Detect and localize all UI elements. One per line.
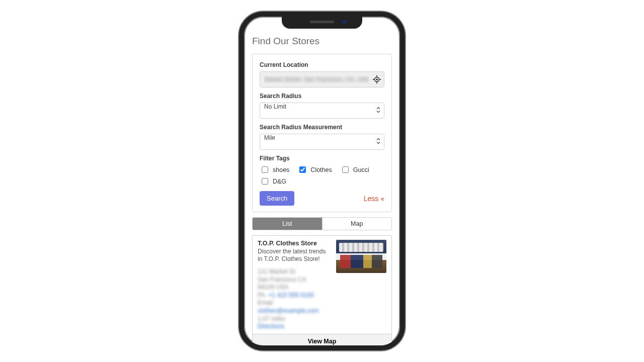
locate-icon[interactable] xyxy=(372,75,381,84)
radius-unit-label: Search Radius Measurement xyxy=(260,124,384,131)
store-phone: Ph. +1 415 555 0100 xyxy=(258,292,331,300)
filter-tag-shoes-checkbox[interactable] xyxy=(262,166,268,173)
filter-tag-label: D&G xyxy=(273,178,286,185)
store-email-link[interactable]: clothes@example.com xyxy=(258,307,331,315)
tab-map[interactable]: Map xyxy=(322,218,392,230)
store-distance: 1.07 miles xyxy=(258,315,331,323)
page-title: Find Our Stores xyxy=(252,36,392,47)
store-name: T.O.P. Clothes Store xyxy=(258,240,331,247)
store-result-card: T.O.P. Clothes Store Discover the latest… xyxy=(252,235,392,345)
store-thumbnail xyxy=(336,240,386,273)
search-radius-select[interactable]: No Limit xyxy=(260,103,384,119)
filter-tags-label: Filter Tags xyxy=(260,155,384,162)
store-email-label: Email xyxy=(258,299,331,307)
view-toggle: List Map xyxy=(252,217,392,230)
directions-link[interactable]: Directions xyxy=(258,323,331,331)
filter-tag-clothes[interactable]: Clothes xyxy=(297,165,332,174)
filter-tag-label: shoes xyxy=(273,166,289,173)
radius-unit-select[interactable]: Mile xyxy=(260,134,384,150)
filter-tag-clothes-checkbox[interactable] xyxy=(299,166,306,173)
store-address-line: San Francisco CA xyxy=(258,276,331,284)
store-address-line: 94105 USA xyxy=(258,284,331,292)
filter-tag-gucci-checkbox[interactable] xyxy=(342,166,349,173)
tab-list[interactable]: List xyxy=(253,218,322,230)
filter-tag-shoes[interactable]: shoes xyxy=(260,165,289,174)
svg-point-1 xyxy=(376,78,378,80)
store-description: Discover the latest trends in T.O.P. Clo… xyxy=(258,248,331,263)
search-button[interactable]: Search xyxy=(260,191,294,206)
store-phone-link[interactable]: +1 415 555 0100 xyxy=(268,292,313,299)
view-map-button[interactable]: View Map xyxy=(253,334,391,345)
collapse-filters-link[interactable]: Less « xyxy=(364,195,384,203)
filter-tag-gucci[interactable]: Gucci xyxy=(340,165,369,174)
filter-tags-group: shoes Clothes Gucci D&G xyxy=(260,165,384,186)
store-address-line: 111 Market St xyxy=(258,268,331,276)
filter-tag-dg-checkbox[interactable] xyxy=(262,178,268,185)
search-filters-card: Current Location Search Radius No Lim xyxy=(252,54,392,212)
current-location-label: Current Location xyxy=(260,61,384,68)
filter-tag-dg[interactable]: D&G xyxy=(260,176,286,186)
current-location-input[interactable] xyxy=(260,71,384,87)
filter-tag-label: Gucci xyxy=(353,166,369,173)
filter-tag-label: Clothes xyxy=(310,166,332,173)
search-radius-label: Search Radius xyxy=(260,93,384,100)
